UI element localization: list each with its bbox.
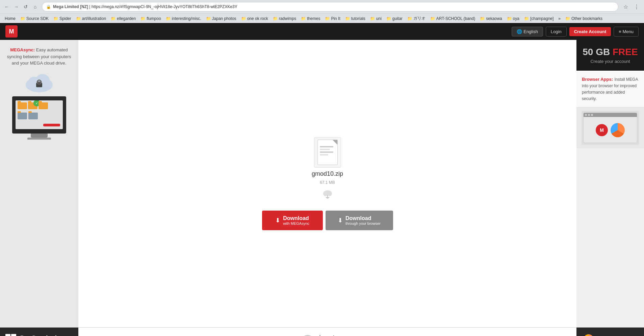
bookmark-label: guitar: [392, 16, 403, 21]
lock-icon: 🔒: [46, 5, 51, 9]
bookmark-radwimps[interactable]: 📁 radwimps: [271, 16, 298, 22]
refresh-button[interactable]: ↺: [22, 3, 30, 11]
bookmark-tutorials[interactable]: 📁 tutorials: [343, 16, 367, 22]
bookmark-folder-icon: 📁: [430, 16, 435, 21]
bookmark-folder-icon: 📁: [301, 16, 306, 21]
bottom-center: Import to your Cloud Drive: [78, 328, 576, 336]
login-button[interactable]: Login: [546, 27, 567, 37]
star-button[interactable]: ☆: [621, 2, 630, 11]
cloud-icon: [24, 72, 54, 92]
language-label: English: [523, 29, 538, 34]
bookmark-label: Spider: [59, 16, 71, 21]
folder-icon-3: [38, 102, 48, 109]
free-download-title: Free Download: [20, 334, 57, 336]
browser-apps-title: Browser Apps:: [582, 77, 613, 82]
file-icon-wrapper: [314, 137, 341, 168]
import-text: Import to your Cloud Drive: [319, 334, 354, 336]
megasync-brand: MEGAsync:: [10, 47, 35, 52]
browser-chrome: ← → ↺ ⌂ 🔒 Mega Limited [NZ] | https://me…: [0, 0, 644, 23]
free-download-text: Free Download for Windows: [20, 334, 57, 336]
bookmark-pin-it[interactable]: 📁 Pin It: [323, 16, 342, 22]
mega-navigation: M 🌐 English Login Create Account ≡ Menu: [0, 23, 644, 40]
bookmark-folder-icon: 📁: [370, 16, 375, 21]
bookmark-other[interactable]: 📁 Other bookmarks: [563, 16, 604, 22]
mega-logo: M: [5, 25, 18, 38]
bookmark-more[interactable]: »: [556, 16, 563, 22]
bookmark-guitar[interactable]: 📁 guitar: [384, 16, 405, 22]
bookmark-uni[interactable]: 📁 uni: [368, 16, 384, 22]
bookmark-source-sdk[interactable]: 📁 Source SDK: [18, 16, 51, 22]
download-browser-button[interactable]: ⬇ Download through your browser: [326, 211, 393, 230]
bookmark-label: art/illustration: [82, 16, 106, 21]
bookmarks-bar: Home 📁 Source SDK 📁 Spider 📁 art/illustr…: [0, 14, 644, 23]
bottom-left: Free Download for Windows: [0, 328, 78, 336]
bookmark-label: uni: [376, 16, 382, 21]
bookmark-folder-icon: 📁: [140, 16, 146, 21]
bookmark-art[interactable]: 📁 art/illustration: [74, 16, 108, 22]
back-button[interactable]: ←: [3, 3, 11, 11]
folder-icon-2: ✓: [28, 102, 37, 109]
bookmark-folder-icon: 📁: [206, 16, 211, 21]
bookmark-folder-icon: 📁: [345, 16, 350, 21]
monitor-base: [27, 138, 51, 140]
mega-red-icon: M: [596, 124, 608, 136]
bookmark-label: Source SDK: [26, 16, 49, 21]
folder-icon-5: [28, 113, 38, 119]
browser-apps-promo: Browser Apps: Install MEGA into your bro…: [576, 71, 644, 107]
bookmark-champagne[interactable]: 📁 [champagne]: [522, 16, 556, 22]
firefox-icon: [611, 123, 625, 137]
bookmark-label: themes: [307, 16, 320, 21]
bookmark-one-ok-rock[interactable]: 📁 one ok rock: [239, 16, 270, 22]
bookmark-label: Home: [5, 16, 16, 21]
bookmark-folder-icon: 📁: [480, 16, 485, 21]
bookmark-interesting[interactable]: 📁 interesting/misc.: [164, 16, 203, 22]
create-account-button[interactable]: Create Account: [569, 27, 611, 36]
folder-icon-4: [18, 113, 27, 119]
bookmark-label: ART-SCHOOL (band): [436, 16, 475, 21]
download-browser-label: Download: [345, 215, 381, 221]
red-bar: [43, 124, 60, 126]
bookmark-folder-icon: 📁: [407, 16, 412, 21]
bookmark-label: flumpoo: [147, 16, 161, 21]
forward-button[interactable]: →: [12, 3, 20, 11]
download-browser-sub: through your browser: [345, 221, 381, 225]
gb-amount: 50 GB FREE: [582, 47, 639, 57]
bookmark-gario[interactable]: 📁 ガリオ: [405, 15, 428, 22]
download-buttons: ⬇ Download with MEGAsync ⬇ Download thro…: [262, 211, 393, 230]
bookmark-sekaowa[interactable]: 📁 sekaowa: [478, 16, 504, 22]
language-button[interactable]: 🌐 English: [512, 27, 543, 37]
nav-buttons: ← → ↺ ⌂: [3, 3, 39, 11]
bookmark-label: one ok rock: [247, 16, 268, 21]
bookmark-folder-icon: 📁: [386, 16, 391, 21]
left-sidebar: MEGAsync: Easy automated syncing between…: [0, 40, 78, 327]
bookmark-spider[interactable]: 📁 Spider: [51, 16, 73, 22]
bookmark-themes[interactable]: 📁 themes: [299, 16, 322, 22]
download-firefox-panel[interactable]: Download MEGA for Firefox: [576, 328, 644, 336]
bookmark-japan-photos[interactable]: 📁 Japan photos: [204, 16, 238, 22]
bookmark-folder-icon: 📁: [76, 16, 81, 21]
download-megasync-button[interactable]: ⬇ Download with MEGAsync: [262, 211, 323, 230]
bookmark-ellegarden[interactable]: 📁 ellegarden: [109, 16, 138, 22]
download-browser-arrow-icon: ⬇: [338, 217, 343, 224]
free-download-windows-button[interactable]: Free Download for Windows: [0, 328, 78, 336]
bookmark-flumpoo[interactable]: 📁 flumpoo: [138, 16, 163, 22]
home-button[interactable]: ⌂: [31, 3, 39, 11]
bookmark-art-school[interactable]: 📁 ART-SCHOOL (band): [428, 16, 477, 22]
monitor-stand: [31, 134, 48, 138]
menu-button[interactable]: ≡ Menu: [614, 27, 639, 37]
bookmark-folder-icon: 📁: [273, 16, 278, 21]
folder-icon-1: [18, 102, 27, 109]
bookmark-home[interactable]: Home: [3, 16, 18, 22]
bookmark-label: sekaowa: [486, 16, 502, 21]
free-label: FREE: [613, 47, 638, 57]
bookmark-label: interesting/misc.: [172, 16, 201, 21]
bookmark-folder-icon: 📁: [524, 16, 529, 21]
download-mega-sub: with MEGAsync: [283, 221, 309, 225]
site-name: Mega Limited [NZ]: [53, 4, 88, 9]
bookmark-label: Japan photos: [212, 16, 236, 21]
download-cloud-icon: [322, 189, 333, 200]
settings-button[interactable]: ⋮: [632, 2, 641, 11]
bookmark-oya[interactable]: 📁 oya: [505, 16, 521, 22]
bookmark-folder-icon: 📁: [325, 16, 330, 21]
address-bar[interactable]: 🔒 Mega Limited [NZ] | https://mega.nz/#!…: [42, 2, 618, 11]
